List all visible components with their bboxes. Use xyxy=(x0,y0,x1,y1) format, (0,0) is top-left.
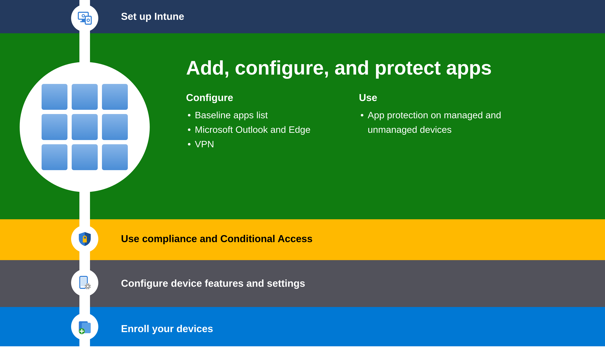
step3-label: Use compliance and Conditional Access xyxy=(121,234,313,244)
step1-label: Set up Intune xyxy=(121,11,184,21)
intune-steps-diagram: Set up Intune Use compliance and Conditi… xyxy=(0,0,605,364)
shield-lock-icon xyxy=(77,231,93,247)
step5-node xyxy=(71,313,98,340)
step2-columns: Configure Baseline apps list Microsoft O… xyxy=(186,92,581,151)
step2-node xyxy=(20,62,150,192)
step4-label: Configure device features and settings xyxy=(121,278,305,288)
apps-grid-icon xyxy=(42,84,128,170)
step5-label: Enroll your devices xyxy=(121,324,213,334)
device-settings-icon xyxy=(77,275,93,291)
list-item: VPN xyxy=(186,137,311,151)
step2-content: Add, configure, and protect apps Configu… xyxy=(186,57,581,151)
list-item: Baseline apps list xyxy=(186,108,311,122)
column-heading: Use xyxy=(359,92,525,103)
svg-rect-6 xyxy=(83,238,87,242)
column-configure: Configure Baseline apps list Microsoft O… xyxy=(186,92,311,151)
step4-node xyxy=(71,269,98,296)
list-item: Microsoft Outlook and Edge xyxy=(186,122,311,137)
step1-node xyxy=(71,4,98,32)
column-use: Use App protection on managed and unmana… xyxy=(359,92,525,151)
device-add-icon xyxy=(77,319,93,335)
svg-point-3 xyxy=(82,14,84,17)
column-heading: Configure xyxy=(186,92,311,103)
step3-node xyxy=(71,225,98,253)
monitor-device-icon xyxy=(77,10,93,26)
list-item: App protection on managed and unmanaged … xyxy=(359,108,525,137)
svg-point-10 xyxy=(87,285,89,287)
step2-title: Add, configure, and protect apps xyxy=(186,57,581,78)
svg-rect-1 xyxy=(82,20,85,21)
svg-rect-4 xyxy=(85,16,91,24)
